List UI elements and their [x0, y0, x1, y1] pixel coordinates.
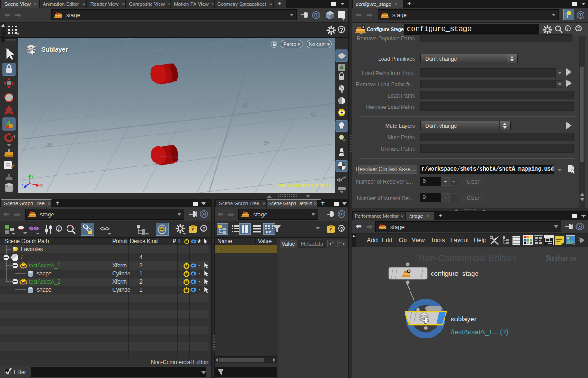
svg-text:?: ?: [191, 227, 194, 232]
svg-text:x: x: [40, 183, 43, 188]
svg-text:?: ?: [329, 227, 332, 232]
svg-text:-25: -25: [45, 142, 52, 148]
svg-text:25: 25: [264, 140, 270, 146]
svg-text:z: z: [22, 182, 24, 187]
svg-text:50: 50: [311, 111, 317, 117]
svg-text:y: y: [31, 173, 34, 178]
svg-text:25: 25: [242, 102, 249, 108]
svg-text:TRS: TRS: [265, 230, 273, 234]
